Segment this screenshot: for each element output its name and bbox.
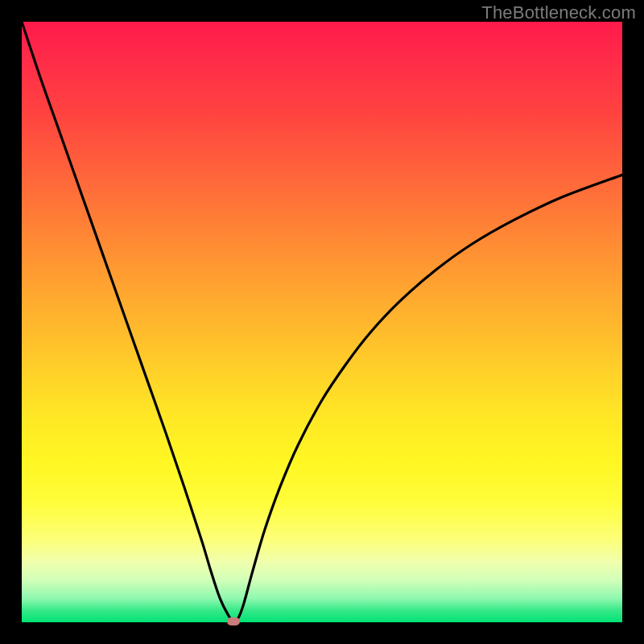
watermark-text: TheBottleneck.com xyxy=(481,2,636,23)
bottleneck-curve xyxy=(22,22,622,621)
minimum-marker xyxy=(227,617,240,625)
curve-svg xyxy=(22,22,622,622)
chart-frame: TheBottleneck.com xyxy=(0,0,644,644)
plot-area xyxy=(22,22,622,622)
